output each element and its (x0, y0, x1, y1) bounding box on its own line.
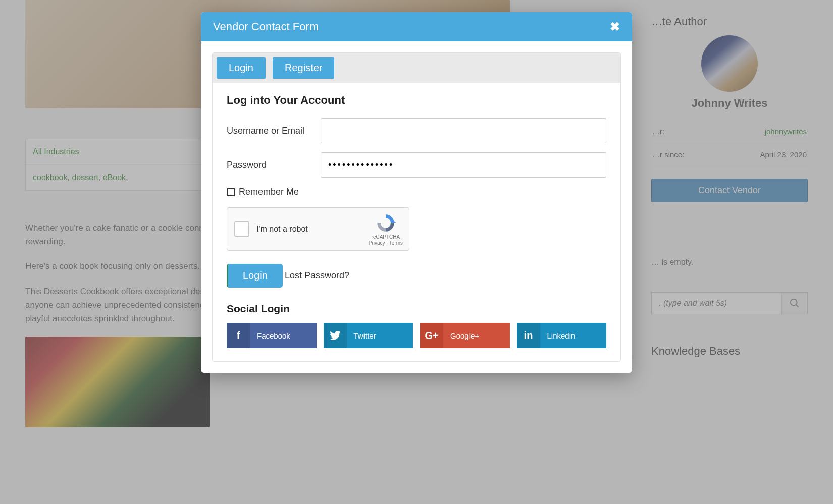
recaptcha-label: I'm not a robot (256, 225, 308, 234)
password-input[interactable] (321, 152, 606, 178)
login-button[interactable]: Login (227, 264, 283, 288)
remember-checkbox[interactable] (227, 188, 235, 196)
twitter-icon (324, 323, 347, 348)
social-label: Twitter (347, 331, 413, 340)
action-row: Login Lost Password? (227, 264, 606, 288)
googleplus-icon: G+ (420, 323, 443, 348)
tab-register[interactable]: Register (273, 57, 334, 79)
recaptcha-checkbox[interactable] (234, 221, 249, 237)
recaptcha-icon (376, 213, 396, 233)
modal-title: Vendor Contact Form (213, 20, 319, 33)
lost-password-link[interactable]: Lost Password? (285, 270, 349, 281)
modal-header: Vendor Contact Form ✖ (201, 12, 632, 41)
social-twitter-button[interactable]: Twitter (324, 323, 413, 348)
tab-login[interactable]: Login (217, 57, 266, 79)
vendor-contact-modal: Vendor Contact Form ✖ Login Register Log… (201, 12, 632, 373)
recaptcha-widget: I'm not a robot reCAPTCHA Privacy · Term… (227, 207, 409, 251)
modal-overlay[interactable]: Vendor Contact Form ✖ Login Register Log… (0, 0, 833, 504)
social-login-heading: Social Login (227, 303, 606, 315)
social-login-row: f Facebook Twitter G+ Google+ (227, 323, 606, 348)
recaptcha-brand-text: reCAPTCHA (369, 234, 403, 240)
modal-body: Login Register Log into Your Account Use… (201, 41, 632, 373)
social-facebook-button[interactable]: f Facebook (227, 323, 317, 348)
recaptcha-links[interactable]: Privacy · Terms (369, 240, 403, 246)
password-label: Password (227, 160, 321, 171)
login-form: Log into Your Account Username or Email … (213, 83, 620, 361)
social-label: Linkedin (540, 331, 607, 340)
form-heading: Log into Your Account (227, 94, 606, 107)
password-row: Password (227, 152, 606, 178)
tab-bar: Login Register (213, 53, 620, 83)
auth-panel: Login Register Log into Your Account Use… (212, 52, 621, 362)
remember-row: Remember Me (227, 187, 606, 197)
social-label: Facebook (250, 331, 317, 340)
username-label: Username or Email (227, 126, 321, 136)
username-row: Username or Email (227, 118, 606, 143)
social-googleplus-button[interactable]: G+ Google+ (420, 323, 510, 348)
social-linkedin-button[interactable]: in Linkedin (517, 323, 607, 348)
recaptcha-branding: reCAPTCHA Privacy · Terms (369, 213, 403, 246)
facebook-icon: f (227, 323, 250, 348)
close-icon[interactable]: ✖ (610, 21, 620, 33)
linkedin-icon: in (517, 323, 540, 348)
social-label: Google+ (443, 331, 510, 340)
username-input[interactable] (321, 118, 606, 143)
remember-label: Remember Me (239, 187, 299, 197)
